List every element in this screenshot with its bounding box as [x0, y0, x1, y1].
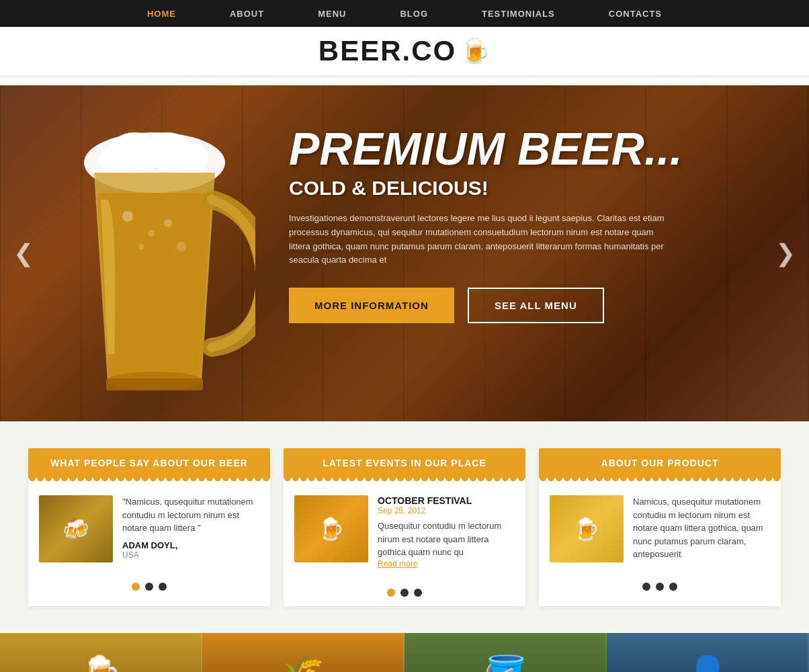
dot-2[interactable] — [145, 583, 153, 591]
hero-title: PREMIUM BEER... — [289, 126, 755, 171]
testimonials-author: ADAM DOYL, — [122, 540, 259, 550]
svg-point-8 — [148, 230, 155, 237]
hero-section: PREMIUM BEER... COLD & DELICIOUS! Invest… — [0, 85, 809, 421]
events-dots — [284, 579, 525, 606]
testimonials-content: "Namicus, qusequitur mutationem contudiu… — [122, 495, 259, 560]
events-image: 🍺 — [294, 495, 368, 562]
logo-bar: BEER.CO 🍺 — [0, 27, 809, 77]
dot-2[interactable] — [400, 589, 409, 597]
dot-3[interactable] — [159, 583, 167, 591]
dot-1[interactable] — [132, 583, 140, 591]
testimonials-card-body: 🍻 "Namicus, qusequitur mutationem contud… — [28, 485, 270, 573]
dot-2[interactable] — [656, 583, 664, 591]
strip-item-2: 🌾 — [202, 633, 404, 673]
card-scallop-3 — [539, 478, 781, 485]
testimonials-card: WHAT PEOPLE SAY ABOUT OUR BEER 🍻 "Namicu… — [28, 448, 270, 606]
events-card-body: 🍺 OCTOBER FESTIVAL Sep 25, 2012 Qusequit… — [284, 485, 525, 579]
hero-beer-image — [40, 92, 269, 421]
card-scallop-1 — [28, 478, 270, 485]
strip-item-1: 🍺 — [0, 633, 202, 673]
testimonials-card-header: WHAT PEOPLE SAY ABOUT OUR BEER — [28, 448, 270, 478]
svg-point-4 — [99, 144, 136, 174]
events-content: OCTOBER FESTIVAL Sep 25, 2012 Qusequitur… — [378, 495, 515, 569]
strip-barrel-icon: 🪣 — [484, 654, 526, 673]
strip-item-4: 👤 — [607, 633, 809, 673]
dot-1[interactable] — [642, 583, 650, 591]
product-dots — [539, 573, 781, 600]
hero-content: PREMIUM BEER... COLD & DELICIOUS! Invest… — [289, 126, 755, 323]
strip-item-3: 🪣 — [404, 633, 607, 673]
dot-3[interactable] — [414, 589, 422, 597]
nav-about[interactable]: ABOUT — [230, 9, 264, 19]
hero-next-arrow[interactable]: ❯ — [769, 237, 802, 270]
strip-person-icon: 👤 — [687, 654, 728, 673]
hero-subtitle: COLD & DELICIOUS! — [289, 177, 755, 200]
card-scallop-2 — [284, 478, 525, 485]
product-image: 🍺 — [550, 495, 624, 562]
svg-point-10 — [138, 244, 144, 249]
bottom-strip: 🍺 🌾 🪣 👤 — [0, 633, 809, 673]
logo-text: BEER.CO — [318, 35, 456, 67]
see-all-menu-button[interactable]: SEE ALL MENU — [468, 288, 604, 323]
events-card: LATEST EVENTS IN OUR PLACE 🍺 OCTOBER FES… — [284, 448, 525, 606]
svg-point-9 — [164, 219, 172, 227]
main-nav: HOME ABOUT MENU BLOG TESTIMONIALS CONTAC… — [0, 0, 809, 27]
svg-point-3 — [168, 142, 208, 174]
events-card-header: LATEST EVENTS IN OUR PLACE — [284, 448, 525, 478]
nav-testimonials[interactable]: TESTIMONIALS — [482, 9, 555, 19]
testimonials-quote: "Namicus, qusequitur mutationem contudiu… — [122, 495, 259, 535]
cards-section: WHAT PEOPLE SAY ABOUT OUR BEER 🍻 "Namicu… — [0, 421, 809, 633]
event-title: OCTOBER FESTIVAL — [378, 495, 515, 506]
dot-1[interactable] — [387, 589, 395, 597]
event-read-more[interactable]: Read more — [378, 559, 515, 569]
svg-point-7 — [122, 211, 133, 222]
nav-home[interactable]: HOME — [147, 9, 176, 19]
testimonials-dots — [28, 573, 270, 600]
product-card-body: 🍺 Namicus, qusequitur mutationem contudi… — [539, 485, 781, 573]
nav-contacts[interactable]: CONTACTS — [609, 9, 662, 19]
svg-rect-6 — [106, 378, 203, 390]
nav-menu[interactable]: MENU — [318, 9, 346, 19]
beer-logo-icon: 🍺 — [460, 37, 491, 65]
event-date: Sep 25, 2012 — [378, 506, 515, 515]
nav-blog[interactable]: BLOG — [400, 9, 428, 19]
event-desc: Qusequitur contudiu m lectorum nirum est… — [378, 519, 515, 559]
scallop-divider — [0, 77, 809, 85]
testimonials-image: 🍻 — [39, 495, 113, 562]
hero-description: Investigationes demonstraverunt lectores… — [289, 212, 665, 267]
product-card-header: ABOUT OUR PRODUCT — [539, 448, 781, 478]
more-information-button[interactable]: MORE INFORMATION — [289, 288, 454, 323]
svg-point-11 — [177, 242, 186, 251]
dot-3[interactable] — [669, 583, 677, 591]
hero-prev-arrow[interactable]: ❮ — [7, 237, 40, 270]
testimonials-location: USA — [122, 550, 259, 560]
strip-grain-icon: 🌾 — [282, 654, 324, 673]
strip-beer-icon: 🍺 — [80, 654, 122, 673]
product-desc: Namicus, qusequitur mutationem contudiu … — [633, 495, 770, 561]
product-card: ABOUT OUR PRODUCT 🍺 Namicus, qusequitur … — [539, 448, 781, 606]
hero-buttons: MORE INFORMATION SEE ALL MENU — [289, 288, 755, 323]
